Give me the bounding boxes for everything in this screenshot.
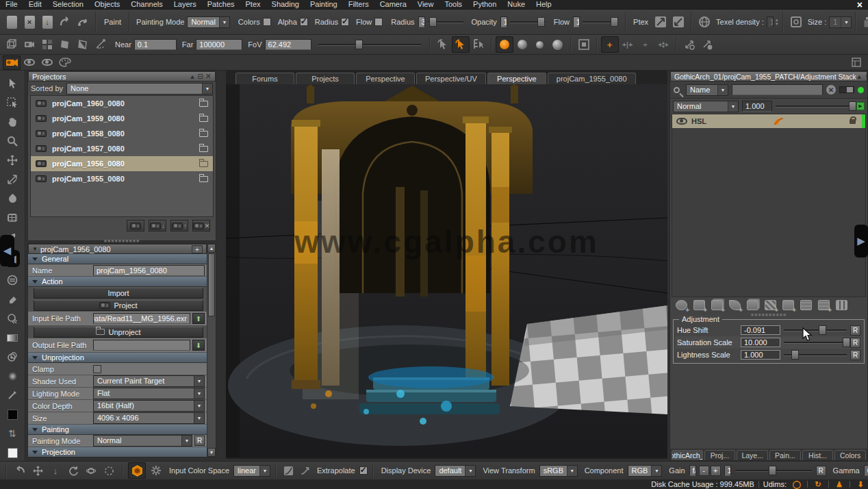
near-field[interactable]: 0.1	[134, 39, 177, 50]
lightness-scale-slider[interactable]	[784, 349, 847, 360]
palettes-menu-icon[interactable]	[56, 55, 74, 70]
painting-mode-dropdown[interactable]: Normal▼	[187, 16, 229, 28]
collapse-palette-icon[interactable]: ▲	[189, 73, 195, 80]
saturation-scale-field[interactable]: 10.000	[741, 338, 780, 347]
mirror-y-icon[interactable]: ÷	[637, 36, 654, 53]
hue-shift-field[interactable]: -0.091	[741, 325, 780, 335]
shading-flat-icon[interactable]	[56, 36, 74, 53]
add-brush-layer-icon[interactable]	[729, 300, 741, 310]
gain-plus-button[interactable]: +	[711, 466, 721, 476]
shading-lit-icon[interactable]	[74, 36, 92, 53]
patches-view-icon[interactable]	[38, 36, 56, 53]
select-components-mode-icon[interactable]	[470, 36, 487, 53]
close-project-icon[interactable]: ×	[21, 14, 38, 30]
projectors-palette-icon[interactable]	[3, 55, 21, 70]
mirror-xy-icon[interactable]: +‡+	[654, 36, 672, 53]
add-layer-icon[interactable]	[711, 300, 723, 310]
lighting-mode-dropdown[interactable]: Flat▼	[93, 388, 205, 399]
radius-field[interactable]: 30	[418, 16, 425, 27]
ptex-increase-res-icon[interactable]	[652, 14, 669, 30]
foreground-color-swatch[interactable]	[3, 407, 21, 422]
opacity-field[interactable]: 1.000	[500, 16, 507, 27]
close-window-icon[interactable]: ×	[854, 0, 865, 10]
add-procedural-icon[interactable]	[693, 300, 705, 310]
scrollbar-thumb[interactable]	[208, 253, 215, 316]
rotate-icon[interactable]	[65, 462, 81, 479]
visibility-palette2-icon[interactable]	[38, 55, 56, 70]
tab-perspective-active[interactable]: Perspective	[487, 73, 546, 84]
projector-list-item[interactable]: projCam_1957_0080	[31, 141, 213, 156]
color-settings-gear-icon[interactable]	[147, 462, 165, 479]
menu-help[interactable]: Help	[531, 0, 557, 9]
delete-projector-button[interactable]: ✕	[192, 220, 210, 231]
name-field[interactable]: projCam_1956_0080	[93, 265, 205, 276]
browse-output-file-icon[interactable]: ⬇	[192, 340, 205, 351]
painting-mode-dropdown[interactable]: Normal▼	[93, 435, 192, 447]
merge-layers-icon[interactable]	[747, 300, 758, 310]
menu-file[interactable]: File	[0, 0, 23, 9]
menu-python[interactable]: Python	[468, 0, 502, 9]
output-file-path-field[interactable]	[93, 340, 190, 351]
close-palette-icon[interactable]: ✕	[205, 72, 212, 81]
apply-layer-icon[interactable]: ▶	[856, 102, 865, 110]
new-projector-button[interactable]	[127, 220, 144, 231]
blur-tool-icon[interactable]	[3, 191, 21, 206]
reset-saturation-button[interactable]: R	[850, 338, 860, 348]
paint-through-icon[interactable]	[92, 36, 110, 53]
curve-extrapolate-icon[interactable]	[298, 462, 313, 479]
collapse-triangle-icon[interactable]: ▼	[32, 246, 38, 252]
section-unprojection[interactable]: Unprojection	[28, 353, 207, 363]
gamma-field[interactable]: 0.88	[864, 465, 868, 476]
tab-history[interactable]: Hist...	[802, 450, 834, 460]
projector-list-item[interactable]: projCam_1958_0080	[31, 126, 213, 141]
blend-amount-slider[interactable]	[776, 101, 853, 112]
udim-marker-icon[interactable]: ♟	[833, 480, 845, 489]
flow-slider[interactable]	[583, 16, 618, 27]
menu-camera[interactable]: Camera	[374, 0, 412, 9]
transform-tool-icon[interactable]	[3, 172, 21, 187]
slice-tool-icon[interactable]	[3, 388, 21, 403]
add-adjustment-icon[interactable]	[676, 300, 687, 310]
tab-perspective1[interactable]: Perspective	[356, 73, 415, 84]
warp-transform-icon[interactable]	[680, 36, 698, 53]
scroll-down-icon[interactable]: ▼	[207, 448, 216, 457]
view-transform-dropdown[interactable]: sRGB▼	[539, 465, 578, 477]
menu-view[interactable]: View	[412, 0, 439, 9]
export-projector-button[interactable]: ↑	[170, 220, 188, 231]
opacity-slider[interactable]	[510, 16, 546, 27]
hue-shift-slider[interactable]	[784, 325, 847, 336]
menu-shading[interactable]: Shading	[266, 0, 305, 9]
translate-icon[interactable]	[29, 462, 46, 479]
far-field[interactable]: 100000	[196, 39, 242, 50]
grid-view-icon[interactable]	[836, 300, 847, 310]
menu-painting[interactable]: Painting	[305, 0, 343, 9]
scroll-up-icon[interactable]: ▲	[207, 244, 216, 253]
ptex-decrease-res-icon[interactable]	[669, 14, 687, 30]
select-paint-target-mode-icon[interactable]	[452, 36, 470, 53]
list-view-icon[interactable]	[800, 300, 812, 310]
size-dropdown[interactable]: 4096 x 4096▼	[93, 412, 205, 424]
lasso-icon[interactable]	[101, 462, 117, 479]
fov-field[interactable]: 62.492	[265, 39, 311, 50]
browse-input-file-icon[interactable]: ⬆	[192, 313, 205, 324]
pin-transform-icon[interactable]	[698, 36, 716, 53]
gain-slider[interactable]	[735, 465, 812, 476]
radius-checkbox[interactable]	[341, 18, 349, 26]
size-dropdown[interactable]: 1▼	[829, 16, 852, 28]
dodge-tool-icon[interactable]	[3, 349, 21, 364]
properties-titlebar[interactable]: ▼ projCam_1956_0080 +	[28, 244, 207, 254]
tab-projects[interactable]: Projects	[296, 73, 355, 84]
projector-list-item[interactable]: projCam_1955_0080	[31, 171, 213, 186]
input-color-space-dropdown[interactable]: linear▼	[233, 465, 270, 477]
search-by-dropdown[interactable]: Name▼	[686, 84, 728, 96]
shader-used-dropdown[interactable]: Current Paint Target▼	[93, 375, 205, 387]
copy-layer-icon[interactable]	[860, 14, 868, 30]
new-project-icon[interactable]	[3, 14, 21, 30]
sorted-by-dropdown[interactable]: None▼	[66, 83, 213, 95]
project-button[interactable]: Project	[34, 300, 203, 311]
section-general[interactable]: General	[28, 254, 207, 264]
menu-channels[interactable]: Channels	[125, 0, 168, 9]
warp-tool-icon[interactable]	[3, 210, 21, 225]
menu-nuke[interactable]: Nuke	[502, 0, 531, 9]
input-file-path-field[interactable]: Data/Read11__MG_1956.exr	[93, 313, 190, 324]
